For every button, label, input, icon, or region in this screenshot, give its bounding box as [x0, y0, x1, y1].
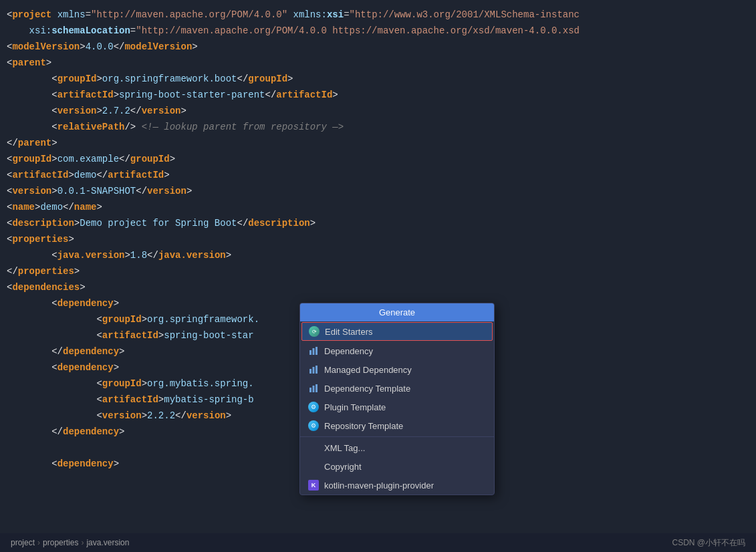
code-line-16: <java.version>1.8</java.version>	[0, 247, 756, 263]
menu-item-edit-starters[interactable]: ⟳ Edit Starters	[301, 322, 493, 341]
code-line-14: <description>Demo project for Spring Boo…	[0, 215, 756, 231]
code-line-10: <groupId>com.example</groupId>	[0, 151, 756, 167]
code-line-15: <properties>	[0, 231, 756, 247]
code-line-7: <version>2.7.2</version>	[0, 103, 756, 119]
svg-rect-5	[316, 366, 318, 374]
menu-item-dependency-label: Dependency	[324, 346, 373, 356]
menu-item-kotlin-maven-label: kotlin-maven-plugin-provider	[324, 480, 434, 491]
breadcrumb-sep-1: ›	[37, 538, 40, 547]
code-line-12: <version>0.0.1-SNAPSHOT</version>	[0, 183, 756, 199]
code-line-4: <parent>	[0, 55, 756, 71]
menu-item-dependency[interactable]: Dependency	[300, 341, 494, 360]
menu-item-dependency-template-label: Dependency Template	[324, 384, 410, 394]
repository-plugin-icon: ⚙	[308, 420, 319, 431]
code-line-9: </parent>	[0, 135, 756, 151]
plugin-icon: ⚙	[308, 402, 319, 412]
menu-item-managed-dependency-label: Managed Dependency	[324, 365, 412, 375]
menu-item-copyright[interactable]: Copyright	[300, 457, 494, 476]
chart-icon	[308, 346, 319, 356]
breadcrumb-properties: properties	[43, 538, 78, 547]
svg-rect-0	[309, 350, 311, 355]
tag-project: project	[12, 7, 51, 22]
menu-header: Generate	[300, 303, 494, 321]
menu-item-plugin-template-label: Plugin Template	[324, 402, 386, 412]
svg-rect-6	[309, 388, 311, 392]
menu-item-copyright-label: Copyright	[324, 462, 362, 472]
code-line-8: <relativePath/> <!— lookup parent from r…	[0, 119, 756, 135]
code-line-2: xsi:schemaLocation="http://maven.apache.…	[0, 23, 756, 39]
breadcrumb-java-version: java.version	[86, 538, 129, 547]
spring-icon: ⟳	[309, 326, 320, 337]
menu-item-plugin-template[interactable]: ⚙ Plugin Template	[300, 398, 494, 416]
menu-item-edit-starters-label: Edit Starters	[325, 327, 373, 337]
chart-icon-3	[308, 383, 319, 394]
code-line-3: <modelVersion>4.0.0</modelVersion>	[0, 39, 756, 55]
svg-rect-7	[313, 386, 315, 392]
svg-rect-4	[313, 367, 315, 374]
menu-item-xml-tag-label: XML Tag...	[324, 443, 365, 453]
code-line-17: </properties>	[0, 263, 756, 279]
menu-item-xml-tag[interactable]: XML Tag...	[300, 438, 494, 457]
breadcrumb-sep-2: ›	[81, 538, 84, 547]
code-line-1: <project xmlns="http://maven.apache.org/…	[0, 7, 756, 23]
svg-rect-3	[309, 369, 311, 374]
svg-rect-1	[313, 348, 315, 355]
xml-tag-icon	[308, 442, 319, 453]
code-line-6: <artifactId>spring-boot-starter-parent</…	[0, 87, 756, 103]
code-line-13: <name>demo</name>	[0, 199, 756, 215]
watermark: CSDN @小轩不在吗	[672, 537, 745, 549]
code-line-11: <artifactId>demo</artifactId>	[0, 167, 756, 183]
code-editor: <project xmlns="http://maven.apache.org/…	[0, 0, 756, 552]
menu-item-kotlin-maven[interactable]: K kotlin-maven-plugin-provider	[300, 476, 494, 495]
menu-item-managed-dependency[interactable]: Managed Dependency	[300, 360, 494, 379]
kotlin-icon: K	[308, 480, 319, 491]
svg-rect-8	[316, 384, 318, 392]
status-bar: project › properties › java.version CSDN…	[0, 533, 756, 552]
breadcrumb-project: project	[11, 538, 35, 547]
code-line-18: <dependencies>	[0, 279, 756, 295]
menu-item-dependency-template[interactable]: Dependency Template	[300, 379, 494, 398]
context-menu: Generate ⟳ Edit Starters Dependency	[299, 303, 495, 495]
breadcrumb: project › properties › java.version	[11, 538, 129, 547]
punct: <	[7, 7, 12, 22]
svg-rect-2	[316, 347, 318, 355]
code-line-5: <groupId>org.springframework.boot</group…	[0, 71, 756, 87]
menu-separator	[300, 436, 494, 437]
copyright-icon	[308, 461, 319, 472]
menu-item-repository-template-label: Repository Template	[324, 421, 403, 431]
menu-item-repository-template[interactable]: ⚙ Repository Template	[300, 416, 494, 435]
chart-icon-2	[308, 364, 319, 375]
